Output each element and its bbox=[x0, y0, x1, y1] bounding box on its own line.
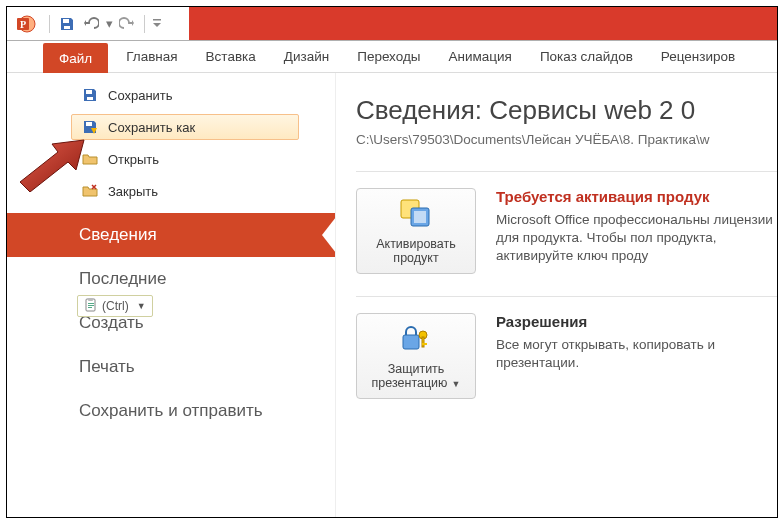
chevron-down-icon: ▼ bbox=[137, 301, 146, 311]
svg-rect-12 bbox=[403, 335, 419, 349]
undo-icon[interactable] bbox=[80, 13, 102, 35]
tab-animations[interactable]: Анимация bbox=[435, 41, 526, 72]
tab-file[interactable]: Файл bbox=[43, 43, 108, 73]
paste-options-label: (Ctrl) bbox=[102, 299, 129, 313]
redo-icon[interactable] bbox=[116, 13, 138, 35]
nav-label: Открыть bbox=[108, 152, 159, 167]
svg-rect-11 bbox=[414, 211, 426, 223]
powerpoint-app-icon: P bbox=[13, 11, 39, 37]
nav-info[interactable]: Сведения bbox=[7, 213, 335, 257]
tab-home[interactable]: Главная bbox=[112, 41, 191, 72]
nav-label: Сведения bbox=[79, 225, 157, 245]
qat-customize-icon[interactable] bbox=[151, 13, 163, 35]
nav-label: Печать bbox=[79, 357, 135, 377]
tab-design[interactable]: Дизайн bbox=[270, 41, 343, 72]
qat-separator bbox=[49, 15, 50, 33]
svg-rect-8 bbox=[86, 122, 92, 126]
permissions-body: Все могут открывать, копировать и презен… bbox=[496, 336, 777, 372]
nav-save-as[interactable]: Сохранить как bbox=[71, 114, 299, 140]
svg-rect-7 bbox=[87, 97, 93, 100]
info-panel: Сведения: Сервисы web 2 0 C:\Users\79503… bbox=[335, 73, 777, 517]
folder-close-icon bbox=[82, 183, 98, 199]
protect-presentation-button[interactable]: Защитить презентацию▼ bbox=[356, 313, 476, 399]
svg-rect-17 bbox=[88, 298, 93, 301]
nav-label: Сохранить как bbox=[108, 120, 195, 135]
chevron-down-icon: ▼ bbox=[451, 379, 460, 389]
nav-print[interactable]: Печать bbox=[7, 345, 335, 389]
activation-body: Microsoft Office профессиональны лицензи… bbox=[496, 211, 777, 266]
nav-save[interactable]: Сохранить bbox=[71, 82, 299, 108]
svg-rect-15 bbox=[422, 343, 427, 345]
file-path: C:\Users\79503\Documents\Лейсан УЧЁБА\8.… bbox=[356, 132, 777, 147]
tab-slideshow[interactable]: Показ слайдов bbox=[526, 41, 647, 72]
lock-key-icon bbox=[399, 323, 433, 358]
save-icon[interactable] bbox=[56, 13, 78, 35]
undo-dropdown-icon[interactable]: ▾ bbox=[104, 13, 114, 35]
nav-label: Сохранить и отправить bbox=[79, 401, 263, 421]
svg-rect-6 bbox=[86, 90, 92, 94]
svg-rect-20 bbox=[88, 307, 92, 308]
svg-rect-5 bbox=[153, 19, 161, 21]
tab-insert[interactable]: Вставка bbox=[192, 41, 270, 72]
svg-rect-18 bbox=[88, 303, 94, 304]
nav-new[interactable]: Создать bbox=[7, 301, 335, 345]
permissions-row: Защитить презентацию▼ Разрешения Все мог… bbox=[356, 296, 777, 399]
save-as-icon bbox=[82, 119, 98, 135]
nav-share[interactable]: Сохранить и отправить bbox=[7, 389, 335, 433]
svg-rect-19 bbox=[88, 305, 94, 306]
nav-label: Последние bbox=[79, 269, 166, 289]
activation-row: Активировать продукт Требуется активация… bbox=[356, 171, 777, 274]
activation-text: Требуется активация продук Microsoft Off… bbox=[496, 188, 777, 274]
permissions-text: Разрешения Все могут открывать, копирова… bbox=[496, 313, 777, 399]
save-icon bbox=[82, 87, 98, 103]
svg-rect-4 bbox=[64, 26, 70, 29]
nav-open[interactable]: Открыть bbox=[71, 146, 299, 172]
svg-rect-3 bbox=[63, 19, 69, 23]
tab-transitions[interactable]: Переходы bbox=[343, 41, 434, 72]
backstage-nav: Сохранить Сохранить как Открыть Закрыть bbox=[7, 73, 335, 517]
tab-review[interactable]: Рецензиров bbox=[647, 41, 749, 72]
svg-text:P: P bbox=[20, 19, 26, 30]
activate-product-button[interactable]: Активировать продукт bbox=[356, 188, 476, 274]
page-title: Сведения: Сервисы web 2 0 bbox=[356, 95, 777, 126]
activate-icon bbox=[399, 198, 433, 233]
quick-access-toolbar: P ▾ bbox=[7, 7, 189, 40]
button-label: Активировать продукт bbox=[363, 237, 469, 265]
title-bar: P ▾ bbox=[7, 7, 777, 41]
qat-separator bbox=[144, 15, 145, 33]
title-bar-red bbox=[189, 7, 777, 40]
paste-options-smarttag[interactable]: (Ctrl) ▼ bbox=[77, 295, 153, 317]
clipboard-icon bbox=[84, 298, 98, 315]
nav-label: Закрыть bbox=[108, 184, 158, 199]
ribbon-tabs: Файл Главная Вставка Дизайн Переходы Ани… bbox=[7, 41, 777, 73]
permissions-heading: Разрешения bbox=[496, 313, 777, 330]
nav-close[interactable]: Закрыть bbox=[71, 178, 299, 204]
svg-rect-14 bbox=[422, 337, 424, 347]
button-label: Защитить презентацию▼ bbox=[363, 362, 469, 390]
activation-heading: Требуется активация продук bbox=[496, 188, 777, 205]
nav-recent[interactable]: Последние bbox=[7, 257, 335, 301]
nav-label: Сохранить bbox=[108, 88, 173, 103]
folder-open-icon bbox=[82, 151, 98, 167]
